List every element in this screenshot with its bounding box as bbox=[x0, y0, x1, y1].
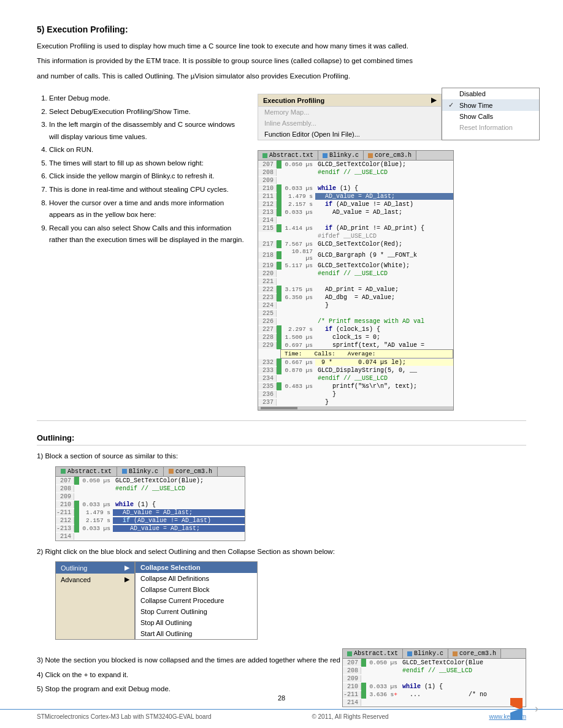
keil-logo-area: › bbox=[510, 698, 538, 720]
logo-blue-part bbox=[510, 708, 523, 720]
large-code-row-224: 224 } bbox=[258, 301, 453, 309]
outlining-title-text: Outlining: bbox=[37, 433, 74, 442]
check-mark-showcalls bbox=[448, 113, 457, 120]
large-code-row-208: 208 #endif // __USE_LCD bbox=[258, 169, 453, 176]
green-bar-222 bbox=[277, 286, 282, 294]
footer-copy-text: © 2011, All Rights Reserved bbox=[312, 713, 388, 720]
menu-bar: Execution Profiling ▶ bbox=[258, 94, 441, 107]
popup-time-label: Time: bbox=[285, 351, 302, 357]
menu-item-function-label: Function Editor (Open Ini File)... bbox=[264, 131, 360, 138]
collapse-current-procedure[interactable]: Collapse Current Procedure bbox=[136, 595, 257, 606]
large-code-row-233: 233 0.870 µs GLCD_DisplayString(5, 0, __ bbox=[258, 366, 453, 374]
green-bar-227 bbox=[277, 325, 282, 333]
large-code-row-210: 210 0.033 µs while (1) { bbox=[258, 184, 453, 192]
small-tab-abstract[interactable]: Abstract.txt bbox=[56, 467, 117, 476]
outlining-menu-item-advanced[interactable]: Advanced ▶ bbox=[56, 574, 134, 585]
step-2: Select Debug/Execution Profiling/Show Ti… bbox=[49, 106, 245, 118]
bottom-tab-blinky[interactable]: Blinky.c bbox=[403, 649, 448, 658]
outlining-title: Outlining: bbox=[37, 433, 526, 446]
green-bar-215 bbox=[277, 224, 282, 232]
large-code-screenshot: Abstract.txt Blinky.c core_cm3.h 207 0.0… bbox=[258, 150, 454, 411]
check-mark-disabled bbox=[448, 90, 457, 97]
outlining-step1: 1) Block a section of source as similar … bbox=[37, 450, 526, 463]
green-bar-232 bbox=[277, 358, 282, 366]
submenu-reset-label: Reset Information bbox=[459, 124, 513, 131]
menu-item-inline[interactable]: Inline Assembly... bbox=[258, 118, 441, 129]
section-number: 5) Execution Profiling bbox=[37, 25, 125, 34]
stop-current-outlining[interactable]: Stop Current Outlining bbox=[136, 606, 257, 617]
small-code-screenshot: Abstract.txt Blinky.c core_cm3.h 207 0.0… bbox=[55, 466, 245, 541]
small-tab-icon-core bbox=[169, 469, 174, 474]
green-bar-213 bbox=[277, 208, 282, 216]
logo-orange-part bbox=[510, 698, 523, 710]
green-bar-223 bbox=[277, 294, 282, 301]
tab-icon-core bbox=[368, 153, 373, 158]
large-tab-abstract[interactable]: Abstract.txt bbox=[258, 151, 318, 160]
menu-item-inline-label: Inline Assembly... bbox=[264, 119, 316, 127]
sc-row-207: 207 0.050 µs GLCD_SetTextColor(Blue); bbox=[56, 477, 245, 485]
small-tab-icon-blinky bbox=[122, 469, 127, 474]
intro-text-1: Execution Profiling is used to display h… bbox=[37, 40, 526, 51]
green-bar-233 bbox=[277, 366, 282, 374]
large-code-row-211: 211 1.479 s AD_value = AD_last; bbox=[258, 192, 453, 200]
green-bar-207 bbox=[277, 161, 282, 169]
submenu-showcalls-label: Show Calls bbox=[459, 113, 493, 120]
collapse-current-block[interactable]: Collapse Current Block bbox=[136, 584, 257, 595]
bottom-tab-core[interactable]: core_cm3.h bbox=[448, 649, 501, 658]
step-4: Click on RUN. bbox=[49, 144, 245, 156]
execution-profiling-menu: Execution Profiling ▶ Memory Map... Inli… bbox=[258, 94, 442, 140]
section-title: 5) Execution Profiling: bbox=[37, 25, 526, 34]
menu-screenshot-area: Execution Profiling ▶ Memory Map... Inli… bbox=[258, 88, 540, 140]
bottom-tab-abstract[interactable]: Abstract.txt bbox=[343, 649, 403, 658]
menu-item-memory-label: Memory Map... bbox=[264, 108, 309, 116]
submenu-reset[interactable]: Reset Information bbox=[442, 122, 539, 133]
green-bar-218 bbox=[277, 251, 282, 259]
large-code-row-212: 212 2.157 s if (AD_value != AD_last) bbox=[258, 200, 453, 208]
large-code-row-209: 209 bbox=[258, 176, 453, 184]
intro-text-3: and number of calls. This is called Outl… bbox=[37, 70, 526, 82]
page-number-text: 28 bbox=[278, 694, 285, 702]
large-code-tabs: Abstract.txt Blinky.c core_cm3.h bbox=[258, 151, 453, 161]
stop-all-outlining[interactable]: Stop All Outlining bbox=[136, 617, 257, 628]
menu-item-memory[interactable]: Memory Map... bbox=[258, 107, 441, 118]
large-tab-core[interactable]: core_cm3.h bbox=[364, 151, 416, 160]
footer: STMicroelectronics Cortex-M3 Lab with ST… bbox=[0, 709, 563, 720]
code-scrollbar[interactable] bbox=[258, 406, 453, 410]
small-code-tabs: Abstract.txt Blinky.c core_cm3.h bbox=[56, 467, 245, 477]
large-tab-blinky[interactable]: Blinky.c bbox=[318, 151, 364, 160]
scrollbar-thumb[interactable] bbox=[261, 407, 297, 409]
collapse-submenu: Collapse Selection Collapse All Definiti… bbox=[135, 561, 258, 640]
large-code-row-228: 228 1.500 µs clock_1s = 0; bbox=[258, 333, 453, 341]
check-mark-reset bbox=[448, 124, 457, 131]
step-8: Hover the cursor over a time and ands mo… bbox=[49, 197, 245, 221]
large-code-row-213: 213 0.033 µs AD_value = AD_last; bbox=[258, 208, 453, 216]
submenu-disabled[interactable]: Disabled bbox=[442, 88, 539, 99]
bc-row-209: 209 bbox=[343, 675, 526, 683]
tab-icon-abstract bbox=[262, 153, 267, 158]
large-code-row-234: 234 #endif // __USE_LCD bbox=[258, 374, 453, 382]
large-code-row-220: 220 #endif // __USE_LCD bbox=[258, 270, 453, 278]
small-tab-core[interactable]: core_cm3.h bbox=[164, 467, 218, 476]
menu-item-function[interactable]: Function Editor (Open Ini File)... bbox=[258, 129, 441, 140]
submenu-showcalls[interactable]: Show Calls bbox=[442, 111, 539, 122]
menu-bar-label: Execution Profiling bbox=[263, 97, 324, 104]
start-all-outlining[interactable]: Start All Outlining bbox=[136, 628, 257, 639]
outlining-menu-item-outlining[interactable]: Outlining ▶ bbox=[56, 562, 134, 574]
large-code-row-215: 215 1.414 µs if (AD_print != AD_print) { bbox=[258, 224, 453, 232]
green-bar-211 bbox=[277, 192, 282, 200]
small-tab-blinky[interactable]: Blinky.c bbox=[117, 467, 164, 476]
large-code-row-227: 227 2.297 s if (clock_1s) { bbox=[258, 325, 453, 333]
large-code-row-223: 223 6.350 µs AD_dbg = AD_value; bbox=[258, 294, 453, 301]
submenu-showtime-label: Show Time bbox=[459, 102, 492, 109]
submenu-showtime[interactable]: ✓ Show Time bbox=[442, 99, 539, 111]
green-bar-212 bbox=[277, 200, 282, 208]
large-code-row-237: 237 } bbox=[258, 398, 453, 406]
bottom-code-tabs: Abstract.txt Blinky.c core_cm3.h bbox=[343, 649, 526, 659]
popup-info-box: Time: Calls: Average: bbox=[280, 349, 453, 358]
bc-row-207: 207 0.050 µs GLCD_SetTextColor(Blue bbox=[343, 659, 526, 667]
collapse-all-definitions[interactable]: Collapse All Definitions bbox=[136, 573, 257, 584]
bottom-section: 3) Note the section you blocked is now c… bbox=[37, 654, 526, 696]
green-bar-229 bbox=[277, 341, 282, 349]
step-5: The times will start to fill up as shown… bbox=[49, 157, 245, 170]
large-code-row-222: 222 3.175 µs AD_print = AD_value; bbox=[258, 286, 453, 294]
